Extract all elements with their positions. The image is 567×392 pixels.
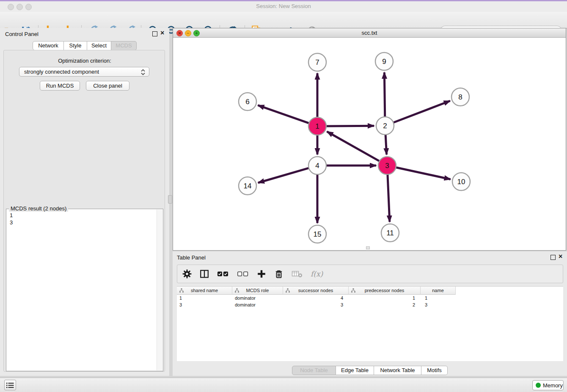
column-header-shared-name[interactable]: shared name xyxy=(177,287,232,295)
column-header-predecessor-nodes[interactable]: predecessor nodes xyxy=(349,287,421,295)
graph-edge-1-2[interactable] xyxy=(325,126,374,126)
cell-shared-name: 1 xyxy=(177,295,232,301)
panel-splitter-handle[interactable] xyxy=(168,195,172,204)
mcds-result-values: 1 3 xyxy=(10,212,13,226)
tab-node-table[interactable]: Node Table xyxy=(292,366,336,375)
graph-edge-4-14[interactable] xyxy=(258,168,310,182)
graph-edge-3-11[interactable] xyxy=(388,174,390,222)
memory-label: Memory xyxy=(543,382,563,389)
graph-edge-2-3[interactable] xyxy=(385,134,387,155)
mcds-result-line: 1 xyxy=(10,212,13,219)
graph-node-label: 14 xyxy=(244,182,252,190)
column-label: MCDS role xyxy=(246,288,269,293)
session-title: Session: New Session xyxy=(0,3,567,9)
column-header-name[interactable]: name xyxy=(421,287,456,295)
select-all-rows-icon[interactable] xyxy=(217,269,229,279)
table-panel: Table Panel × f(x) xyxy=(173,251,567,376)
task-list-icon xyxy=(6,382,14,389)
run-mcds-button[interactable]: Run MCDS xyxy=(40,81,80,91)
control-panel-tabs: Network Style Select MCDS xyxy=(33,41,137,50)
add-column-icon[interactable] xyxy=(257,269,266,279)
close-table-panel-icon[interactable]: × xyxy=(559,253,562,260)
table-row[interactable]: 1 dominator 4 1 1 xyxy=(177,295,456,301)
delete-table-icon xyxy=(292,269,303,279)
graph-node-2[interactable]: 2 xyxy=(376,117,394,135)
network-window-title: scc.txt xyxy=(173,30,566,36)
main-toolbar xyxy=(0,12,567,28)
graph-node-label: 8 xyxy=(458,93,462,101)
graph-node-label: 7 xyxy=(315,58,319,66)
node-table: shared name MCDS role successor nodes pr… xyxy=(177,286,563,361)
graph-node-label: 9 xyxy=(382,58,386,66)
mcds-result-box: MCDS result (2 nodes) 1 3 xyxy=(6,209,163,371)
graph-edge-3-10[interactable] xyxy=(395,167,451,179)
graph-node-8[interactable]: 8 xyxy=(451,88,469,106)
tab-motifs[interactable]: Motifs xyxy=(421,366,448,375)
delete-column-trash-icon[interactable] xyxy=(274,269,284,279)
graph-node-6[interactable]: 6 xyxy=(239,93,256,110)
float-panel-icon[interactable] xyxy=(152,31,157,36)
graph-node-14[interactable]: 14 xyxy=(239,177,256,195)
network-window-titlebar[interactable]: ✕ − + scc.txt xyxy=(173,28,566,38)
column-header-mcds-role[interactable]: MCDS role xyxy=(232,287,283,295)
criterion-dropdown[interactable]: strongly connected component xyxy=(19,67,149,77)
deselect-all-rows-icon[interactable] xyxy=(237,269,249,279)
column-header-successor-nodes[interactable]: successor nodes xyxy=(283,287,349,295)
show-column-panel-icon[interactable] xyxy=(200,269,209,279)
graph-edge-2-8[interactable] xyxy=(393,101,450,123)
column-label: shared name xyxy=(191,288,218,293)
graph-node-9[interactable]: 9 xyxy=(375,52,393,70)
column-namespace-icon xyxy=(235,288,239,293)
tab-style[interactable]: Style xyxy=(64,41,87,50)
column-label: successor nodes xyxy=(298,288,333,293)
memory-ok-indicator-icon xyxy=(536,383,541,388)
dropdown-stepper-icon xyxy=(140,69,146,76)
optimization-criterion-label: Optimization criterion: xyxy=(0,58,169,64)
memory-status-button[interactable]: Memory xyxy=(532,380,564,390)
column-namespace-icon xyxy=(351,288,355,293)
graph-node-3[interactable]: 3 xyxy=(378,157,396,174)
status-bar: Memory xyxy=(0,378,567,392)
tab-edge-table[interactable]: Edge Table xyxy=(336,366,374,375)
window-resize-handle[interactable] xyxy=(366,246,370,249)
table-panel-header: Table Panel × xyxy=(173,251,567,264)
task-history-button[interactable] xyxy=(4,380,16,390)
table-tabs-segment: Node Table Edge Table Network Table Moti… xyxy=(292,366,448,375)
tab-network[interactable]: Network xyxy=(33,41,64,50)
table-selector-tabs: Node Table Edge Table Network Table Moti… xyxy=(173,366,567,375)
control-panel-header: Control Panel × xyxy=(0,28,169,41)
graph-node-label: 3 xyxy=(385,162,389,170)
mcds-result-title: MCDS result (2 nodes) xyxy=(9,205,68,212)
column-label: predecessor nodes xyxy=(365,288,405,293)
result-scrollbar[interactable] xyxy=(157,210,162,370)
cell-mcds-role: dominator xyxy=(232,295,283,301)
graph-node-label: 2 xyxy=(383,122,387,130)
table-settings-gear-icon[interactable] xyxy=(182,269,192,279)
graph-edge-3-1[interactable] xyxy=(327,132,380,162)
table-row[interactable]: 3 dominator 3 2 3 xyxy=(177,301,456,308)
tab-mcds[interactable]: MCDS xyxy=(111,41,137,50)
graph-node-label: 4 xyxy=(315,162,319,170)
tab-select[interactable]: Select xyxy=(87,41,111,50)
network-canvas[interactable]: 1234678910111415 xyxy=(173,38,566,250)
graph-node-1[interactable]: 1 xyxy=(308,117,326,135)
graph-edge-2-9[interactable] xyxy=(384,72,385,118)
graph-node-4[interactable]: 4 xyxy=(308,157,326,174)
graph-node-7[interactable]: 7 xyxy=(308,53,326,71)
graph-node-11[interactable]: 11 xyxy=(381,224,399,242)
app-titlebar: Session: New Session xyxy=(0,1,567,12)
application-window: Session: New Session xyxy=(0,0,567,392)
graph-edge-1-6[interactable] xyxy=(258,105,310,124)
close-panel-icon[interactable]: × xyxy=(160,30,164,36)
graph-node-15[interactable]: 15 xyxy=(308,225,326,243)
float-table-panel-icon[interactable] xyxy=(550,255,556,260)
network-graph[interactable]: 1234678910111415 xyxy=(173,38,566,250)
close-panel-button[interactable]: Close panel xyxy=(86,81,129,91)
function-builder-icon: f(x) xyxy=(311,270,323,278)
tab-network-table[interactable]: Network Table xyxy=(374,366,421,375)
cell-predecessor-nodes: 2 xyxy=(349,301,421,308)
criterion-value: strongly connected component xyxy=(24,69,99,75)
graph-node-label: 1 xyxy=(315,122,319,130)
cell-shared-name: 3 xyxy=(177,301,232,308)
graph-node-10[interactable]: 10 xyxy=(452,173,470,190)
